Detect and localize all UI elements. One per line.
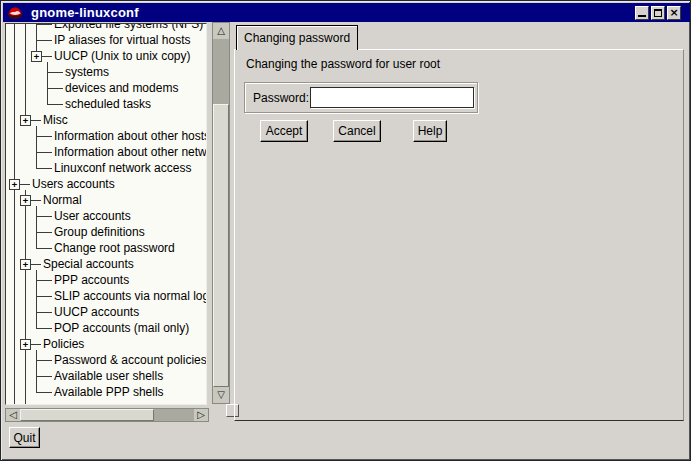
tree-connector-line (36, 136, 52, 137)
scroll-up-icon[interactable]: △ (213, 23, 229, 39)
tree-item[interactable]: Password & account policies (54, 352, 207, 368)
minimize-button[interactable] (635, 6, 649, 20)
tree-connector-line (47, 62, 48, 104)
tree-item[interactable]: Policies (43, 336, 84, 352)
expand-toggle-icon[interactable]: + (20, 115, 31, 126)
tree-vertical-scrollbar[interactable]: △ ▽ (212, 22, 230, 404)
tree-connector-line (31, 344, 41, 345)
tree-item[interactable]: Linuxconf network access (54, 160, 191, 176)
tree-item[interactable]: Exported file systems (NFS) (54, 23, 203, 32)
tree-connector-line (31, 120, 41, 121)
cancel-button[interactable]: Cancel (333, 120, 381, 142)
tree-item[interactable]: Misc (43, 112, 68, 128)
tree-connector-line (36, 280, 52, 281)
scroll-down-icon[interactable]: ▽ (213, 387, 229, 403)
expand-toggle-icon[interactable]: + (20, 195, 31, 206)
tree-connector-line (36, 216, 52, 217)
password-label: Password: (253, 91, 309, 105)
tree-item[interactable]: Users accounts (32, 176, 115, 192)
tree-connector-line (36, 270, 37, 328)
tree-connector-line (47, 72, 63, 73)
app-window: gnome-linuxconf × Exported file systems … (0, 0, 691, 461)
tree-connector-line (36, 392, 52, 393)
window-controls: × (635, 6, 681, 20)
maximize-button[interactable] (651, 6, 665, 20)
tree-item[interactable]: Special accounts (43, 256, 134, 272)
tree-connector-line (25, 24, 26, 120)
tree-connector-line (42, 56, 52, 57)
scroll-left-icon[interactable]: ◁ (6, 409, 20, 421)
expand-toggle-icon[interactable]: + (31, 51, 42, 62)
tree-item[interactable]: Group definitions (54, 224, 145, 240)
tree-item[interactable]: PPP accounts (54, 272, 129, 288)
horizontal-scroll-thumb[interactable] (20, 409, 154, 421)
close-button[interactable]: × (667, 6, 681, 20)
tree-connector-line (36, 376, 52, 377)
tree-connector-line (36, 126, 37, 168)
password-input[interactable] (310, 87, 474, 108)
tree-item[interactable]: Normal (43, 192, 82, 208)
panel-heading: Changing the password for user root (246, 57, 440, 71)
tree-item[interactable]: User accounts (54, 208, 131, 224)
expand-toggle-icon[interactable]: + (9, 179, 20, 190)
scroll-right-icon[interactable]: ▷ (194, 409, 208, 421)
tree-connector-line (20, 184, 30, 185)
tree-connector-line (47, 88, 63, 89)
tree-connector-line (14, 24, 15, 404)
password-field-frame: Password: (244, 82, 478, 113)
tree-horizontal-scrollbar[interactable]: ◁ ▷ (5, 408, 209, 422)
tree-item[interactable]: Information about other hosts (54, 128, 207, 144)
accept-button[interactable]: Accept (260, 120, 308, 142)
tab-changing-password[interactable]: Changing password (236, 25, 358, 50)
tree-connector-line (36, 296, 52, 297)
tree-connector-line (36, 328, 52, 329)
tree-connector-line (31, 264, 41, 265)
tree-item[interactable]: SLIP accounts via normal login (54, 288, 207, 304)
expand-toggle-icon[interactable]: + (20, 259, 31, 270)
tree-connector-line (36, 312, 52, 313)
tree-connector-line (47, 104, 63, 105)
tree-connector-line (25, 190, 26, 404)
tree-connector-line (36, 350, 37, 392)
help-button[interactable]: Help (413, 120, 447, 142)
quit-button[interactable]: Quit (9, 427, 40, 448)
tree-connector-line (36, 152, 52, 153)
tree-connector-line (36, 232, 52, 233)
tree-connector-line (36, 24, 52, 25)
titlebar[interactable]: gnome-linuxconf × (3, 3, 690, 22)
tree-connector-line (36, 248, 52, 249)
redhat-logo-icon (7, 5, 23, 21)
tree-connector-line (36, 206, 37, 248)
tree-item[interactable]: Available user shells (54, 368, 163, 384)
tree-connector-line (36, 40, 52, 41)
expand-toggle-icon[interactable]: + (20, 339, 31, 350)
tree-connector-line (31, 200, 41, 201)
maximize-icon (654, 9, 662, 17)
tree-connector-line (36, 168, 52, 169)
tree-viewport: Exported file systems (NFS)IP aliases fo… (5, 23, 207, 405)
tree-item[interactable]: devices and modems (65, 80, 178, 96)
tree-item[interactable]: Information about other networks (54, 144, 207, 160)
tree-item[interactable]: scheduled tasks (65, 96, 151, 112)
tree-item[interactable]: IP aliases for virtual hosts (54, 32, 191, 48)
tree-item[interactable]: UUCP (Unix to unix copy) (54, 48, 191, 64)
tree-connector-line (36, 360, 52, 361)
vertical-scroll-thumb[interactable] (213, 104, 229, 387)
tree-item[interactable]: Change root password (54, 240, 175, 256)
tree-item[interactable]: UUCP accounts (54, 304, 139, 320)
close-icon: × (668, 6, 680, 18)
tree-item[interactable]: systems (65, 64, 109, 80)
window-title: gnome-linuxconf (31, 5, 139, 20)
tree-item[interactable]: POP accounts (mail only) (54, 320, 189, 336)
minimize-icon (638, 15, 646, 17)
tree-item[interactable]: Available PPP shells (54, 384, 164, 400)
